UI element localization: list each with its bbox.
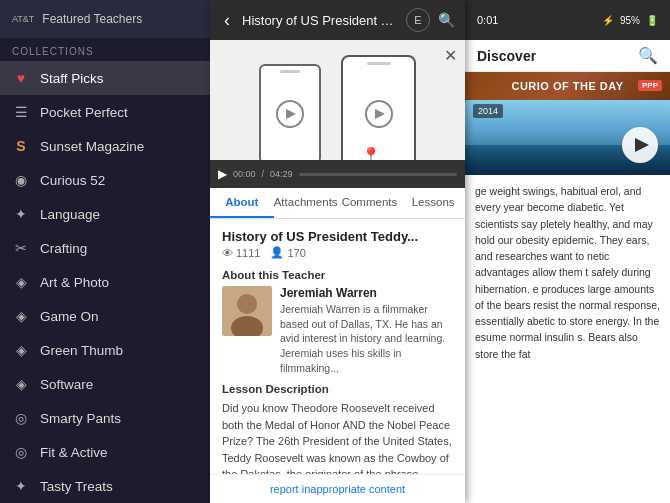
content-meta: 👁 1111 👤 170 (222, 246, 453, 259)
sidebar-item-label: Fit & Active (40, 445, 108, 460)
sidebar-item-smarty-pants[interactable]: ◎ Smarty Pants (0, 401, 210, 435)
content-area[interactable]: History of US President Teddy... 👁 1111 … (210, 219, 465, 474)
left-panel: AT&T Featured Teachers COLLECTIONS ♥ Sta… (0, 0, 210, 503)
collections-label: COLLECTIONS (0, 38, 210, 61)
sidebar-item-staff-picks[interactable]: ♥ Staff Picks (0, 61, 210, 95)
play-triangle-left (286, 109, 296, 119)
list-icon: ☰ (12, 104, 30, 120)
teacher-info: Jeremiah Warren Jeremiah Warren is a fil… (280, 286, 453, 375)
left-panel-title: Featured Teachers (42, 12, 142, 26)
leaf-icon: ◈ (12, 342, 30, 358)
sidebar-item-label: Crafting (40, 241, 87, 256)
sidebar-item-label: Smarty Pants (40, 411, 121, 426)
search-right-icon[interactable]: 🔍 (638, 46, 658, 65)
students-meta: 👤 170 (270, 246, 305, 259)
sidebar-item-tasty-treats[interactable]: ✦ Tasty Treats (0, 469, 210, 503)
battery-icon: 🔋 (646, 15, 658, 26)
back-button[interactable]: ‹ (220, 6, 234, 35)
progress-track[interactable] (299, 173, 457, 176)
middle-panel: ‹ History of US President Ted.... E 🔍 ✕ … (210, 0, 465, 503)
sidebar-item-curious-52[interactable]: ◉ Curious 52 (0, 163, 210, 197)
heart-icon: ♥ (12, 70, 30, 86)
sidebar-item-game-on[interactable]: ◈ Game On (0, 299, 210, 333)
time-current: 00:00 (233, 169, 256, 179)
food-icon: ✦ (12, 478, 30, 494)
game-icon: ◈ (12, 308, 30, 324)
right-title-bar: Discover 🔍 (465, 40, 670, 72)
left-header: AT&T Featured Teachers (0, 0, 210, 38)
right-panel: 0:01 ⚡ 95% 🔋 Discover 🔍 CURIO OF THE DAY… (465, 0, 670, 503)
teacher-avatar (222, 286, 272, 336)
scissors-icon: ✂ (12, 240, 30, 256)
play-overlay-button[interactable] (622, 127, 658, 163)
content-title: History of US President Teddy... (222, 229, 453, 244)
curio-image: 2014 (465, 100, 670, 175)
video-container: ✕ ↷ 📍 ▶ 00:00 / 04:29 (210, 40, 465, 188)
teacher-name: Jeremiah Warren (280, 286, 453, 300)
sidebar-item-crafting[interactable]: ✂ Crafting (0, 231, 210, 265)
students-count: 170 (287, 247, 305, 259)
discover-title: Discover (477, 48, 536, 64)
speech-icon: ✦ (12, 206, 30, 222)
ppp-badge: PPP (638, 80, 662, 91)
tabs-row: About Attachments Comments Lessons (210, 188, 465, 219)
lesson-heading: Lesson Description (222, 383, 453, 395)
year-badge: 2014 (473, 104, 503, 118)
tab-attachments[interactable]: Attachments (274, 188, 338, 218)
camera-icon: ◈ (12, 274, 30, 290)
svg-point-1 (237, 294, 257, 314)
sidebar-item-label: Curious 52 (40, 173, 105, 188)
sidebar-item-pocket-perfect[interactable]: ☰ Pocket Perfect (0, 95, 210, 129)
teacher-bio: Jeremiah Warren is a filmmaker based out… (280, 302, 453, 375)
sidebar-item-software[interactable]: ◈ Software (0, 367, 210, 401)
middle-header: ‹ History of US President Ted.... E 🔍 (210, 0, 465, 40)
play-button-sm[interactable]: ▶ (218, 167, 227, 181)
carrier-signal: AT&T (12, 14, 34, 24)
eye-meta-icon: 👁 (222, 247, 233, 259)
play-icon (635, 138, 649, 152)
play-triangle-right (375, 109, 385, 119)
views-meta: 👁 1111 (222, 247, 260, 259)
tab-lessons[interactable]: Lessons (401, 188, 465, 218)
sidebar-item-label: Game On (40, 309, 99, 324)
fitness-icon: ◎ (12, 444, 30, 460)
sidebar-item-language[interactable]: ✦ Language (0, 197, 210, 231)
phone-left (259, 64, 321, 164)
s-icon: S (12, 138, 30, 154)
right-status-bar: 0:01 ⚡ 95% 🔋 (465, 0, 670, 40)
time-total: 04:29 (270, 169, 293, 179)
sidebar-item-label: Tasty Treats (40, 479, 113, 494)
sidebar-item-green-thumb[interactable]: ◈ Green Thumb (0, 333, 210, 367)
sidebar-item-label: Language (40, 207, 100, 222)
search-button[interactable]: 🔍 (438, 12, 455, 28)
bluetooth-icon: ⚡ (602, 15, 614, 26)
sidebar-item-label: Green Thumb (40, 343, 123, 358)
report-link[interactable]: report inappropriate content (210, 474, 465, 503)
sidebar-item-sunset-magazine[interactable]: S Sunset Magazine (0, 129, 210, 163)
sidebar-item-art-photo[interactable]: ◈ Art & Photo (0, 265, 210, 299)
sidebar-item-label: Art & Photo (40, 275, 109, 290)
person-icon: 👤 (270, 246, 284, 259)
phone-right: 📍 (341, 55, 416, 173)
about-teacher-heading: About this Teacher (222, 269, 453, 281)
code-icon: ◈ (12, 376, 30, 392)
lesson-description: Did you know Theodore Roosevelt received… (222, 400, 453, 474)
sidebar-item-label: Sunset Magazine (40, 139, 144, 154)
close-button[interactable]: ✕ (444, 46, 457, 65)
brain-icon: ◎ (12, 410, 30, 426)
tab-comments[interactable]: Comments (338, 188, 402, 218)
status-icons: ⚡ 95% 🔋 (602, 15, 658, 26)
timeline-bar: ▶ 00:00 / 04:29 (210, 160, 465, 188)
tab-about[interactable]: About (210, 188, 274, 218)
header-icons: E 🔍 (406, 8, 455, 32)
daily-curio-section: CURIO OF THE DAY PPP 2014 (465, 72, 670, 175)
sidebar-item-fit-active[interactable]: ◎ Fit & Active (0, 435, 210, 469)
status-time: 0:01 (477, 14, 498, 26)
play-left (276, 100, 304, 128)
play-right (365, 100, 393, 128)
sidebar-item-label: Pocket Perfect (40, 105, 128, 120)
right-content: ge weight swings, habitual erol, and eve… (465, 175, 670, 485)
sidebar-item-label: Software (40, 377, 93, 392)
e-icon-button[interactable]: E (406, 8, 430, 32)
video-title: History of US President Ted.... (242, 13, 398, 28)
